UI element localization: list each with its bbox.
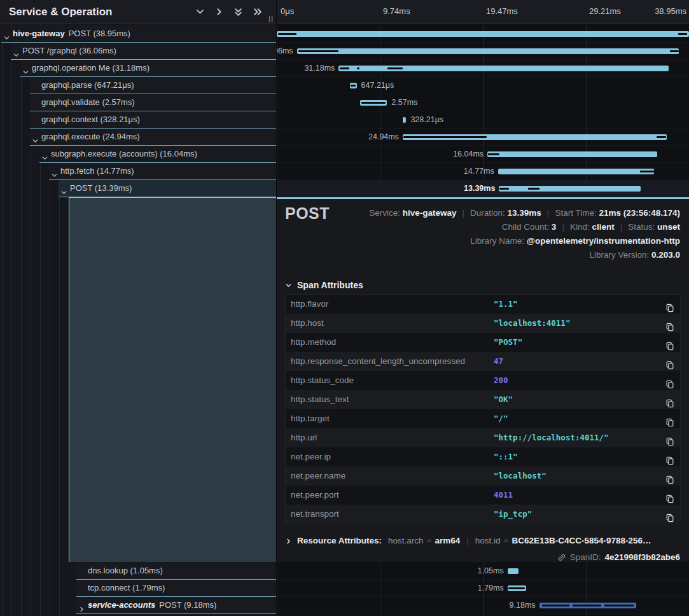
sub-span-segment: [278, 33, 296, 35]
span-duration-label: 13.39ms: [464, 180, 495, 197]
link-icon[interactable]: [557, 553, 566, 562]
timeline-row: 1.05ms: [277, 563, 689, 580]
span-bar[interactable]: [403, 134, 667, 140]
chevron-down-icon[interactable]: [13, 48, 20, 55]
attribute-key: http.url: [291, 428, 317, 447]
span-meta-line: Library Version: 0.203.0: [369, 248, 680, 262]
chevron-down-icon[interactable]: [22, 65, 29, 72]
timeline-row: 36.06ms: [277, 43, 689, 60]
double-chevron-down-icon[interactable]: [233, 7, 243, 17]
sub-span-segment: [573, 605, 601, 606]
attribute-value: "localhost:4011": [494, 314, 570, 333]
copy-icon[interactable]: [665, 491, 674, 500]
attribute-key: http.flavor: [291, 295, 328, 314]
trace-viewer: Service & Operation || hive-gatewayPOST …: [0, 0, 689, 616]
tree-row[interactable]: dns.lookup (1.05ms): [76, 563, 276, 580]
copy-icon[interactable]: [665, 376, 674, 385]
attribute-key: http.status_code: [291, 371, 354, 390]
span-duration-label: 16.04ms: [453, 146, 484, 163]
sub-span-segment: [403, 136, 487, 138]
span-name: tcp.connect (1.79ms): [88, 583, 165, 592]
resource-attributes-title: Resource Attributes:: [297, 534, 382, 548]
tree-row[interactable]: service-accountsPOST (9.18ms): [76, 597, 276, 614]
copy-icon[interactable]: [665, 452, 674, 461]
copy-icon[interactable]: [665, 319, 674, 328]
chevron-down-icon[interactable]: [32, 134, 39, 141]
attribute-row: net.transport"ip_tcp": [286, 505, 680, 524]
resource-separator: |: [466, 536, 469, 545]
sub-span-segment: [340, 67, 349, 69]
indent-guide: [2, 24, 3, 616]
service-name: hive-gateway: [13, 29, 65, 38]
span-tree-header: Service & Operation ||: [0, 0, 276, 24]
timeline-row: 14.77ms: [277, 163, 689, 180]
chevron-right-icon[interactable]: [78, 602, 85, 609]
span-duration-label: 31.18ms: [304, 60, 335, 77]
copy-icon[interactable]: [665, 472, 674, 480]
span-bar[interactable]: [297, 48, 679, 54]
tree-row[interactable]: graphql.context (328.21μs): [30, 111, 276, 129]
span-meta-line: Child Count: 3|Kind: client|Status: unse…: [369, 220, 680, 234]
panel-title: Service & Operation: [9, 6, 195, 18]
copy-icon[interactable]: [665, 510, 674, 519]
tree-row[interactable]: POST (13.39ms): [59, 180, 276, 197]
span-bar[interactable]: [499, 186, 641, 192]
chevron-down-icon[interactable]: [195, 7, 205, 17]
meta-label: Duration:: [470, 208, 508, 218]
chevron-down-icon[interactable]: [3, 31, 10, 38]
span-bar[interactable]: [508, 585, 527, 591]
timeline-row: 16.04ms: [277, 146, 689, 163]
span-duration-label: 1.79ms: [478, 580, 504, 597]
resource-key: host.id: [475, 536, 501, 545]
tree-row[interactable]: graphql.validate (2.57ms): [30, 94, 276, 111]
copy-icon[interactable]: [665, 300, 674, 309]
chevron-down-icon[interactable]: [51, 168, 58, 175]
attribute-row: http.host"localhost:4011": [286, 314, 680, 333]
tree-row[interactable]: POST /graphql (36.06ms): [11, 43, 276, 60]
tree-row[interactable]: subgraph.execute (accounts) (16.04ms): [39, 146, 276, 163]
span-bar[interactable]: [338, 66, 669, 71]
span-name: graphql.parse (647.21μs): [41, 80, 134, 90]
copy-icon[interactable]: [665, 357, 674, 366]
service-name: service-accounts: [88, 600, 155, 610]
chevron-down-icon: [285, 282, 292, 289]
tree-row[interactable]: graphql.parse (647.21μs): [30, 77, 276, 94]
span-name: POST (9.18ms): [159, 600, 216, 610]
span-bar[interactable]: [508, 568, 518, 574]
tree-row[interactable]: graphql.execute (24.94ms): [30, 129, 276, 146]
copy-icon[interactable]: [665, 433, 674, 442]
chevron-down-icon[interactable]: [60, 185, 67, 192]
tree-row[interactable]: tcp.connect (1.79ms): [76, 580, 276, 597]
panel-resize-handle[interactable]: ||: [268, 15, 274, 22]
chevron-down-icon[interactable]: [41, 151, 48, 158]
span-duration-label: 9.18ms: [510, 597, 536, 614]
span-bar[interactable]: [277, 31, 689, 37]
attribute-key: net.transport: [291, 505, 339, 524]
span-name: graphql.context (328.21μs): [41, 115, 140, 124]
span-bar[interactable]: [350, 83, 357, 88]
span-name: dns.lookup (1.05ms): [88, 566, 163, 575]
copy-icon[interactable]: [665, 414, 674, 423]
span-bar[interactable]: [403, 117, 406, 123]
span-bar[interactable]: [487, 151, 657, 157]
chevron-right-icon[interactable]: [214, 7, 224, 17]
tree-row[interactable]: graphql.operation Me (31.18ms): [20, 60, 276, 77]
sub-span-segment: [488, 153, 499, 155]
sub-span-segment: [640, 171, 654, 172]
double-chevron-right-icon[interactable]: [252, 7, 262, 17]
tree-row[interactable]: hive-gatewayPOST (38.95ms): [1, 25, 276, 43]
attribute-value: 200: [494, 371, 508, 390]
span-bar[interactable]: [498, 169, 655, 174]
tree-row[interactable]: http.fetch (14.77ms): [49, 163, 276, 180]
span-name: graphql.execute (24.94ms): [41, 132, 140, 141]
span-bar[interactable]: [539, 603, 637, 608]
span-bar[interactable]: [360, 100, 387, 106]
attribute-row: http.status_text"OK": [286, 390, 680, 409]
resource-attributes-items: host.arch=arm64|host.id=BC62E13B-C4CC-58…: [388, 534, 651, 548]
span-attributes-header[interactable]: Span Attributes: [285, 280, 363, 290]
attribute-value: "localhost": [494, 466, 546, 486]
resource-attributes-row[interactable]: Resource Attributes: host.arch=arm64|hos…: [285, 534, 651, 548]
timeline-row: 24.94ms: [277, 129, 689, 146]
copy-icon[interactable]: [665, 338, 674, 347]
copy-icon[interactable]: [665, 395, 674, 404]
